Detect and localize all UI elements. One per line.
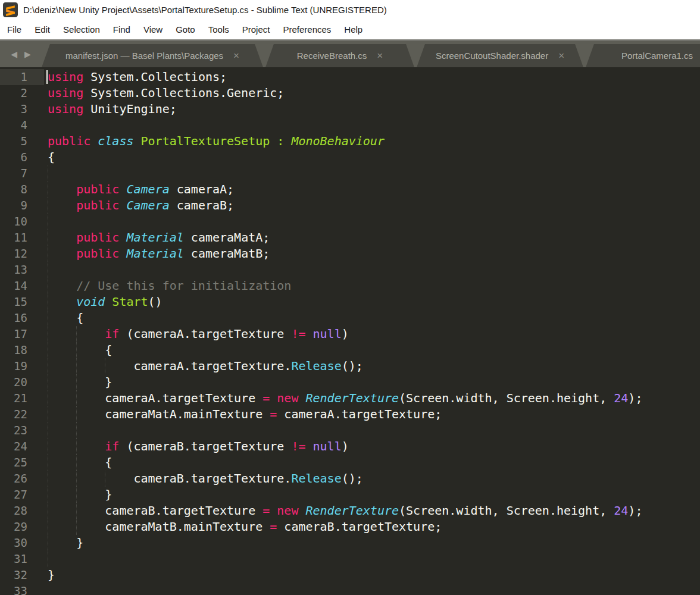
code-token: MonoBehaviour bbox=[291, 134, 385, 148]
tab-scroll-right-button[interactable]: ▶ bbox=[24, 50, 31, 58]
code-token: cameraA; bbox=[170, 182, 234, 196]
code-line[interactable]: 20 } bbox=[0, 374, 700, 390]
menu-bar: FileEditSelectionFindViewGotoToolsProjec… bbox=[0, 19, 700, 39]
line-number: 19 bbox=[0, 358, 44, 374]
code-line[interactable]: 15 void Start() bbox=[0, 294, 700, 310]
code-line[interactable]: 17 if (cameraA.targetTexture != null) bbox=[0, 326, 700, 342]
code-text: { bbox=[44, 455, 700, 471]
code-line[interactable]: 8 public Camera cameraA; bbox=[0, 181, 700, 198]
code-line[interactable]: 21 cameraA.targetTexture = new RenderTex… bbox=[0, 390, 700, 406]
code-line[interactable]: 13 bbox=[0, 262, 700, 278]
line-number: 29 bbox=[0, 519, 44, 535]
code-text: } bbox=[44, 374, 700, 390]
code-token: Material bbox=[119, 230, 183, 245]
tab-label: manifest.json — Basel Plants\Packages bbox=[65, 51, 223, 61]
code-token: (Screen.width, Screen.height, bbox=[399, 503, 614, 518]
menu-item-preferences[interactable]: Preferences bbox=[276, 24, 338, 35]
code-line[interactable]: 4 bbox=[0, 117, 700, 133]
menu-item-goto[interactable]: Goto bbox=[169, 24, 202, 35]
code-line[interactable]: 25 { bbox=[0, 455, 700, 471]
code-line[interactable]: 12 public Material cameraMatB; bbox=[0, 246, 700, 262]
code-token: { bbox=[48, 343, 112, 357]
tab-manifest-json-basel-plants-packa[interactable]: manifest.json — Basel Plants\Packages× bbox=[42, 44, 263, 67]
line-number: 10 bbox=[0, 214, 44, 230]
code-text: cameraB.targetTexture = new RenderTextur… bbox=[44, 503, 700, 519]
code-line[interactable]: 23 bbox=[0, 422, 700, 439]
line-number: 26 bbox=[0, 471, 44, 487]
code-token: if bbox=[48, 327, 119, 341]
code-line[interactable]: 6{ bbox=[0, 149, 700, 165]
code-text: cameraMatA.mainTexture = cameraA.targetT… bbox=[44, 406, 700, 422]
code-text: if (cameraA.targetTexture != null) bbox=[44, 326, 700, 342]
code-text: cameraB.targetTexture.Release(); bbox=[44, 471, 700, 487]
code-line[interactable]: 19 cameraA.targetTexture.Release(); bbox=[0, 358, 700, 374]
indent-guide bbox=[48, 181, 48, 198]
menu-item-tools[interactable]: Tools bbox=[202, 24, 236, 35]
code-line[interactable]: 28 cameraB.targetTexture = new RenderTex… bbox=[0, 503, 700, 519]
code-line[interactable]: 26 cameraB.targetTexture.Release(); bbox=[0, 471, 700, 487]
line-number: 30 bbox=[0, 535, 44, 551]
code-line[interactable]: 1using System.Collections; bbox=[0, 69, 700, 85]
code-token: } bbox=[48, 487, 112, 502]
tab-close-icon[interactable]: × bbox=[377, 51, 383, 61]
menu-item-view[interactable]: View bbox=[137, 24, 169, 35]
indent-guide bbox=[48, 326, 48, 342]
tab-close-icon[interactable]: × bbox=[558, 51, 564, 61]
code-editor[interactable]: 1using System.Collections;2using System.… bbox=[0, 67, 700, 595]
code-line[interactable]: 18 { bbox=[0, 342, 700, 358]
menu-item-project[interactable]: Project bbox=[236, 24, 277, 35]
tab-nav: ◀ ▶ bbox=[0, 40, 42, 67]
code-line[interactable]: 16 { bbox=[0, 310, 700, 326]
tab-strip: manifest.json — Basel Plants\Packages×Re… bbox=[42, 40, 700, 67]
code-line[interactable]: 32} bbox=[0, 567, 700, 583]
code-token: != bbox=[291, 439, 305, 453]
title-bar: D:\deniz\New Unity Project\Assets\Portal… bbox=[0, 0, 700, 19]
tab-screencutoutshader-shader[interactable]: ScreenCutoutShader.shader× bbox=[417, 44, 583, 67]
code-token: cameraA.targetTexture bbox=[48, 391, 262, 405]
code-line[interactable]: 14 // Use this for initialization bbox=[0, 278, 700, 294]
code-text: } bbox=[44, 567, 700, 583]
code-line[interactable]: 9 public Camera cameraB; bbox=[0, 198, 700, 214]
indent-guide bbox=[48, 165, 48, 181]
code-token: class bbox=[90, 134, 133, 148]
code-text: public Camera cameraA; bbox=[44, 181, 700, 198]
menu-item-edit[interactable]: Edit bbox=[28, 24, 57, 35]
tab-close-icon[interactable]: × bbox=[233, 51, 239, 61]
code-line[interactable]: 3using UnityEngine; bbox=[0, 101, 700, 117]
tab-receivebreath-cs[interactable]: ReceiveBreath.cs× bbox=[265, 44, 414, 67]
line-number: 31 bbox=[0, 551, 44, 567]
code-line[interactable]: 22 cameraMatA.mainTexture = cameraA.targ… bbox=[0, 406, 700, 422]
tab-portalcamera1-cs[interactable]: PortalCamera1.cs bbox=[586, 44, 700, 67]
code-line[interactable]: 29 cameraMatB.mainTexture = cameraB.targ… bbox=[0, 519, 700, 535]
menu-item-help[interactable]: Help bbox=[338, 24, 369, 35]
indent-guide bbox=[105, 358, 105, 374]
code-line[interactable]: 2using System.Collections.Generic; bbox=[0, 85, 700, 101]
code-line[interactable]: 31 bbox=[0, 551, 700, 567]
menu-item-selection[interactable]: Selection bbox=[57, 24, 107, 35]
code-text: public Camera cameraB; bbox=[44, 198, 700, 214]
menu-item-find[interactable]: Find bbox=[107, 24, 137, 35]
tab-scroll-left-button[interactable]: ◀ bbox=[11, 50, 17, 58]
code-token: public bbox=[48, 134, 90, 148]
tab-label: ScreenCutoutShader.shader bbox=[436, 51, 548, 61]
code-token: using bbox=[48, 102, 83, 116]
menu-item-file[interactable]: File bbox=[1, 24, 28, 35]
code-line[interactable]: 24 if (cameraB.targetTexture != null) bbox=[0, 439, 700, 455]
code-line[interactable]: 11 public Material cameraMatA; bbox=[0, 230, 700, 246]
code-token: void bbox=[48, 295, 105, 309]
code-line[interactable]: 27 } bbox=[0, 487, 700, 503]
code-text: } bbox=[44, 487, 700, 503]
code-token: { bbox=[48, 150, 55, 164]
line-number: 9 bbox=[0, 198, 44, 214]
line-number: 20 bbox=[0, 374, 44, 390]
code-line[interactable]: 5public class PortalTextureSetup : MonoB… bbox=[0, 133, 700, 149]
code-token: System.Collections; bbox=[83, 70, 227, 84]
code-token: cameraB; bbox=[170, 198, 234, 212]
code-line[interactable]: 33 bbox=[0, 583, 700, 595]
code-line[interactable]: 10 bbox=[0, 214, 700, 230]
tab-label: ReceiveBreath.cs bbox=[297, 51, 367, 61]
code-token: Release bbox=[291, 471, 341, 486]
code-line[interactable]: 7 bbox=[0, 165, 700, 181]
indent-guide bbox=[76, 439, 77, 455]
code-line[interactable]: 30 } bbox=[0, 535, 700, 551]
